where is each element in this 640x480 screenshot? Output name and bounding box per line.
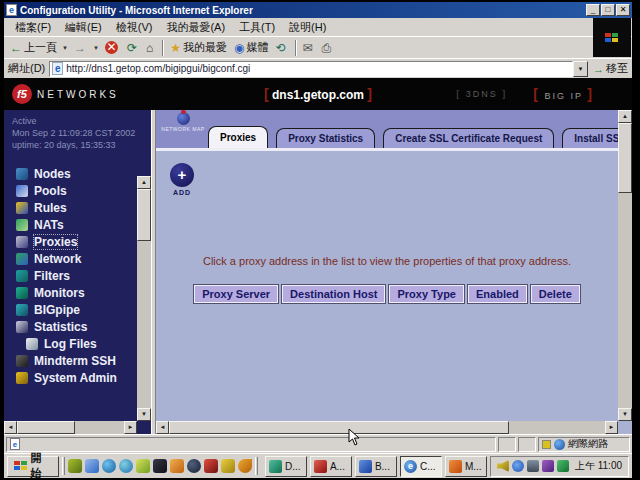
tab-proxies[interactable]: Proxies bbox=[208, 126, 268, 148]
column-header-destination-host[interactable]: Destination Host bbox=[282, 285, 385, 303]
refresh-button[interactable]: ⟳ bbox=[124, 40, 142, 56]
quick-launch-icon-11[interactable] bbox=[238, 459, 252, 473]
tray-icon-5[interactable] bbox=[557, 460, 569, 472]
favorites-button[interactable]: ★ 我的最愛 bbox=[167, 39, 230, 56]
forward-dropdown-icon[interactable]: ▼ bbox=[93, 45, 99, 51]
quick-launch-icon-9[interactable] bbox=[204, 459, 218, 473]
task-button-2[interactable]: A... bbox=[310, 456, 352, 477]
sidebar-item-nats[interactable]: NATs bbox=[4, 216, 151, 233]
link-bigip[interactable]: [ BIG IP ] bbox=[533, 86, 594, 102]
task-button-label: C... bbox=[420, 461, 436, 472]
network-map-button[interactable]: NETWORK MAP bbox=[160, 112, 206, 132]
start-button[interactable]: 開始 bbox=[7, 456, 59, 477]
quick-launch-icon-3[interactable] bbox=[102, 459, 116, 473]
sidebar-horizontal-scrollbar[interactable]: ◄ ► bbox=[4, 421, 137, 434]
status-page-icon: e bbox=[10, 438, 20, 450]
go-button[interactable]: → 移至 bbox=[593, 61, 628, 76]
sidebar: Active Mon Sep 2 11:09:28 CST 2002 uptim… bbox=[4, 110, 151, 434]
sidebar-item-nodes[interactable]: Nodes bbox=[4, 165, 151, 182]
quick-launch-icon-10[interactable] bbox=[221, 459, 235, 473]
history-icon: ⟲ bbox=[275, 41, 285, 55]
main-vertical-scrollbar[interactable]: ▲ ▼ bbox=[618, 110, 632, 421]
sidebar-item-pools[interactable]: Pools bbox=[4, 182, 151, 199]
display-icon[interactable] bbox=[527, 460, 539, 472]
taskbar-handle[interactable] bbox=[255, 457, 258, 475]
column-header-proxy-server[interactable]: Proxy Server bbox=[194, 285, 278, 303]
forward-button[interactable]: → bbox=[71, 40, 91, 56]
scrollbar-thumb[interactable] bbox=[169, 421, 509, 434]
tab-proxy-statistics[interactable]: Proxy Statistics bbox=[276, 128, 375, 148]
back-dropdown-icon[interactable]: ▼ bbox=[62, 45, 68, 51]
sidebar-item-rules[interactable]: Rules bbox=[4, 199, 151, 216]
sidebar-item-statistics[interactable]: Statistics bbox=[4, 318, 151, 335]
address-input[interactable]: e http://dns1.getop.com/bigipgui/bigconf… bbox=[49, 61, 573, 77]
tray-icon-2[interactable] bbox=[512, 460, 524, 472]
menu-edit[interactable]: 編輯(E) bbox=[58, 18, 109, 37]
sidebar-item-proxies[interactable]: Proxies bbox=[4, 233, 151, 250]
quick-launch-icon-6[interactable] bbox=[153, 459, 167, 473]
link-3dns[interactable]: [ 3DNS ] bbox=[456, 89, 507, 99]
stop-button[interactable]: ✕ bbox=[102, 40, 123, 55]
media-button[interactable]: ◉ 媒體 bbox=[231, 39, 271, 56]
menu-tools[interactable]: 工具(T) bbox=[232, 18, 282, 37]
close-button[interactable]: ✕ bbox=[616, 4, 630, 16]
sidebar-item-monitors[interactable]: Monitors bbox=[4, 284, 151, 301]
favorites-icon: ★ bbox=[170, 41, 181, 55]
scroll-right-icon[interactable]: ► bbox=[605, 421, 618, 434]
taskbar-handle[interactable] bbox=[62, 457, 65, 475]
menu-file[interactable]: 檔案(F) bbox=[8, 18, 58, 37]
tray-icon-4[interactable] bbox=[542, 460, 554, 472]
home-button[interactable]: ⌂ bbox=[143, 40, 158, 56]
tab-create-ssl-certificate-request[interactable]: Create SSL Certificate Request bbox=[383, 128, 554, 148]
scroll-left-icon[interactable]: ◄ bbox=[156, 421, 169, 434]
scroll-right-icon[interactable]: ► bbox=[124, 421, 137, 434]
scroll-left-icon[interactable]: ◄ bbox=[4, 421, 17, 434]
main-horizontal-scrollbar[interactable]: ◄ ► bbox=[156, 421, 618, 434]
task-button-label: D... bbox=[285, 461, 301, 472]
scroll-down-icon[interactable]: ▼ bbox=[618, 408, 632, 421]
sidebar-item-mindterm-ssh[interactable]: Mindterm SSH bbox=[4, 352, 151, 369]
frames: Active Mon Sep 2 11:09:28 CST 2002 uptim… bbox=[4, 110, 632, 434]
quick-launch-icon-7[interactable] bbox=[170, 459, 184, 473]
history-button[interactable]: ⟲ bbox=[272, 40, 290, 56]
print-button[interactable]: ⎙ bbox=[319, 40, 337, 56]
back-button[interactable]: ← 上一頁 bbox=[7, 39, 60, 56]
scrollbar-thumb[interactable] bbox=[618, 123, 632, 193]
sidebar-item-label: NATs bbox=[34, 218, 64, 232]
task-button-3[interactable]: B... bbox=[355, 456, 397, 477]
sidebar-vertical-scrollbar[interactable]: ▲ ▼ bbox=[137, 176, 151, 421]
back-label: 上一頁 bbox=[24, 40, 57, 55]
menu-favorites[interactable]: 我的最愛(A) bbox=[159, 18, 232, 37]
scroll-up-icon[interactable]: ▲ bbox=[137, 176, 151, 189]
scroll-up-icon[interactable]: ▲ bbox=[618, 110, 632, 123]
quick-launch-icon-8[interactable] bbox=[187, 459, 201, 473]
sidebar-item-system-admin[interactable]: System Admin bbox=[4, 369, 151, 386]
address-dropdown-button[interactable]: ▼ bbox=[573, 61, 588, 77]
maximize-button[interactable]: □ bbox=[601, 4, 615, 16]
scrollbar-thumb[interactable] bbox=[17, 421, 75, 434]
volume-icon[interactable] bbox=[497, 460, 509, 472]
quick-launch-icon-1[interactable] bbox=[68, 459, 82, 473]
sidebar-item-bigpipe[interactable]: BIGpipe bbox=[4, 301, 151, 318]
minimize-button[interactable]: _ bbox=[586, 4, 600, 16]
task-button-5[interactable]: M... bbox=[445, 456, 487, 477]
column-header-enabled[interactable]: Enabled bbox=[468, 285, 527, 303]
sidebar-item-label: Statistics bbox=[34, 320, 87, 334]
scroll-down-icon[interactable]: ▼ bbox=[137, 408, 151, 421]
quick-launch-icon-2[interactable] bbox=[85, 459, 99, 473]
menu-help[interactable]: 說明(H) bbox=[282, 18, 333, 37]
quick-launch-icon-4[interactable] bbox=[119, 459, 133, 473]
sidebar-item-network[interactable]: Network bbox=[4, 250, 151, 267]
sidebar-item-filters[interactable]: Filters bbox=[4, 267, 151, 284]
task-button-1[interactable]: D... bbox=[265, 456, 307, 477]
sidebar-item-log-files[interactable]: Log Files bbox=[4, 335, 151, 352]
column-header-delete[interactable]: Delete bbox=[531, 285, 580, 303]
column-header-proxy-type[interactable]: Proxy Type bbox=[389, 285, 464, 303]
mail-button[interactable]: ✉ bbox=[300, 40, 318, 56]
tab-install-ssl-certificate[interactable]: Install SSL Certif bbox=[562, 128, 618, 148]
quick-launch-icon-5[interactable] bbox=[136, 459, 150, 473]
task-button-4-active[interactable]: eC... bbox=[400, 456, 442, 477]
add-button[interactable]: + bbox=[170, 163, 194, 187]
menu-view[interactable]: 檢視(V) bbox=[109, 18, 160, 37]
scrollbar-thumb[interactable] bbox=[137, 189, 151, 241]
